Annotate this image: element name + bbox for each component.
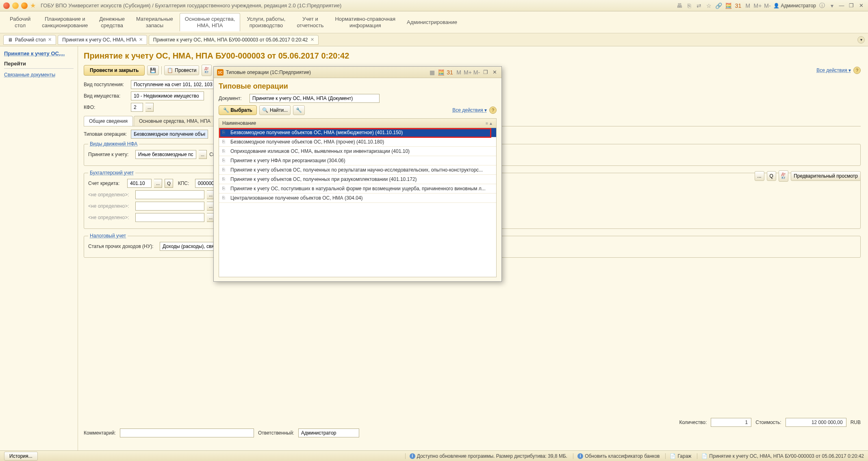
input-undef-3[interactable] bbox=[135, 213, 204, 222]
nav-services[interactable]: Услуги, работы, производство bbox=[242, 13, 290, 31]
dtkt-button[interactable]: ДтКт bbox=[202, 65, 211, 76]
link-icon[interactable]: 🔗 bbox=[715, 2, 722, 9]
input-tipop[interactable] bbox=[131, 130, 208, 139]
label-comment: Комментарий: bbox=[84, 430, 116, 436]
subtab-assets[interactable]: Основные средства, НМА, НПА bbox=[134, 116, 216, 126]
doc-icon: 📄 bbox=[701, 453, 707, 459]
column-header-name[interactable]: Наименование ≡▲ bbox=[219, 118, 497, 128]
sort-icon[interactable]: ≡▲ bbox=[486, 121, 493, 126]
list-item[interactable]: Принятие к учету объектов ОС, полученных… bbox=[219, 175, 496, 184]
sidebar-link-related[interactable]: Связанные документы bbox=[4, 72, 74, 78]
status-garage[interactable]: Гараж bbox=[677, 453, 691, 459]
breadcrumb[interactable]: Принятие к учету ОС,... bbox=[4, 50, 74, 57]
value-kolvo: 1 bbox=[711, 418, 751, 427]
list-item[interactable]: Централизованное получение объектов ОС, … bbox=[219, 194, 496, 203]
window-close-icon[interactable]: ✕ bbox=[857, 2, 865, 9]
nav-money[interactable]: Денежные средства bbox=[94, 13, 130, 31]
input-responsible[interactable] bbox=[298, 428, 359, 437]
tabs-dropdown-icon[interactable]: ▾ bbox=[857, 36, 865, 43]
sys-min-icon[interactable] bbox=[12, 2, 19, 9]
find-button[interactable]: 🔍 Найти... bbox=[259, 105, 291, 115]
input-comment[interactable] bbox=[120, 428, 254, 437]
modal-close-icon[interactable]: ✕ bbox=[491, 69, 498, 76]
list-item[interactable]: Безвозмездное получение объектов ОС, НМА… bbox=[219, 137, 496, 147]
list-item[interactable]: Безвозмездное получение объектов ОС, НМА… bbox=[219, 128, 496, 137]
modal-title: Типовые операции (1С:Предприятие) bbox=[226, 70, 311, 75]
list-item[interactable]: Принятие к учету НФА при реорганизации (… bbox=[219, 156, 496, 165]
list-item[interactable]: Принятие к учету объектов ОС, полученных… bbox=[219, 165, 496, 175]
nav-accounting[interactable]: Учет и отчетность bbox=[292, 13, 328, 31]
status-banks[interactable]: Обновить классификатор банков bbox=[585, 453, 660, 459]
dtkt-preview-button[interactable]: ДтКт bbox=[779, 170, 788, 182]
modal-m-plus-button[interactable]: M+ bbox=[464, 69, 471, 76]
copy-icon[interactable]: ⎘ bbox=[686, 2, 693, 9]
nav-materials[interactable]: Материальные запасы bbox=[131, 13, 178, 31]
m-plus-button[interactable]: M+ bbox=[754, 2, 761, 9]
calendar-icon[interactable]: 31 bbox=[734, 2, 742, 9]
ellipsis-button[interactable]: ... bbox=[755, 171, 764, 181]
modal-help-icon[interactable]: ? bbox=[489, 107, 497, 114]
sys-max-icon[interactable] bbox=[21, 2, 28, 9]
modal-calc-icon[interactable]: 🧮 bbox=[437, 69, 445, 76]
close-icon[interactable]: ✕ bbox=[310, 37, 314, 42]
modal-calendar-icon[interactable]: 31 bbox=[446, 69, 454, 76]
info-icon[interactable]: ⓘ bbox=[818, 2, 826, 9]
dropdown-icon[interactable]: ▾ bbox=[828, 2, 835, 9]
modal-grid-icon[interactable]: ▦ bbox=[428, 69, 436, 76]
input-undef-1[interactable] bbox=[135, 190, 204, 199]
modal-m-minus-button[interactable]: M- bbox=[473, 69, 480, 76]
tab-document[interactable]: Принятие к учету ОС, НМА, НПА БУ00-00000… bbox=[149, 35, 319, 45]
status-update[interactable]: Доступно обновление программы. Размер ди… bbox=[417, 453, 567, 459]
status-current-doc[interactable]: Принятие к учету ОС, НМА, НПА БУ00-00000… bbox=[709, 453, 864, 459]
search-button[interactable]: Q bbox=[767, 171, 776, 181]
input-statya[interactable] bbox=[160, 242, 221, 251]
all-actions-link[interactable]: Все действия ▾ bbox=[816, 67, 851, 73]
print-icon[interactable]: 🖶 bbox=[676, 2, 683, 9]
nav-planning[interactable]: Планирование и санкционирование bbox=[37, 13, 93, 31]
close-icon[interactable]: ✕ bbox=[139, 37, 143, 42]
input-prinyat[interactable] bbox=[135, 150, 196, 159]
fav-star-icon[interactable]: ☆ bbox=[705, 2, 712, 9]
input-vid-postup[interactable] bbox=[131, 80, 220, 89]
current-user[interactable]: 👤 Администратор bbox=[773, 3, 816, 9]
clear-filter-button[interactable]: 🔧 bbox=[293, 105, 305, 115]
schet-choose-button[interactable]: ... bbox=[154, 179, 162, 188]
modal-all-actions-link[interactable]: Все действия ▾ bbox=[452, 107, 487, 113]
input-kfo[interactable] bbox=[131, 103, 143, 112]
close-icon[interactable]: ✕ bbox=[48, 37, 52, 42]
nav-assets[interactable]: Основные средства, НМА, НПА bbox=[180, 13, 241, 31]
sys-close-icon[interactable] bbox=[3, 2, 10, 9]
list-item[interactable]: Принятие к учету ОС, поступивших в натур… bbox=[219, 184, 496, 194]
history-button[interactable]: История... bbox=[4, 452, 38, 461]
conduct-button[interactable]: 📋 Провести bbox=[164, 65, 199, 75]
modal-input-doc[interactable] bbox=[250, 94, 380, 103]
prinyat-choose-button[interactable]: ... bbox=[199, 150, 207, 159]
window-restore-icon[interactable]: ❐ bbox=[848, 2, 855, 9]
input-vid-imush[interactable] bbox=[131, 91, 204, 100]
compare-icon[interactable]: ⇄ bbox=[695, 2, 703, 9]
calc-icon[interactable]: 🧮 bbox=[725, 2, 732, 9]
nav-reference[interactable]: Нормативно-справочная информация bbox=[330, 13, 400, 31]
m-button[interactable]: M bbox=[744, 2, 751, 9]
help-icon[interactable]: ? bbox=[853, 67, 861, 74]
select-button[interactable]: 🔧 Выбрать bbox=[219, 105, 257, 115]
window-min-icon[interactable]: — bbox=[838, 2, 845, 9]
input-undef-2[interactable] bbox=[135, 202, 204, 211]
kfo-choose-button[interactable]: ... bbox=[145, 103, 154, 112]
favorite-icon[interactable]: ★ bbox=[30, 2, 36, 9]
currency-label: RUB bbox=[851, 420, 861, 425]
subtab-general[interactable]: Общие сведения bbox=[84, 116, 133, 126]
list-item[interactable]: Оприходование излишков ОС, НМА, выявленн… bbox=[219, 147, 496, 156]
nav-admin[interactable]: Администрирование bbox=[402, 17, 462, 28]
m-minus-button[interactable]: M- bbox=[764, 2, 771, 9]
modal-restore-icon[interactable]: ❐ bbox=[482, 69, 489, 76]
conduct-and-close-button[interactable]: Провести и закрыть bbox=[84, 65, 145, 76]
input-schet[interactable] bbox=[127, 179, 152, 188]
modal-m-button[interactable]: M bbox=[455, 69, 462, 76]
tab-desktop[interactable]: 🖥 Рабочий стол ✕ bbox=[3, 35, 56, 45]
preview-button[interactable]: Предварительный просмотр bbox=[791, 171, 861, 181]
nav-desktop[interactable]: Рабочий стол bbox=[5, 13, 35, 31]
tab-list[interactable]: Принятия к учету ОС, НМА, НПА ✕ bbox=[58, 35, 147, 45]
save-button[interactable]: 💾 bbox=[147, 65, 159, 75]
schet-search-button[interactable]: Q bbox=[165, 179, 173, 188]
